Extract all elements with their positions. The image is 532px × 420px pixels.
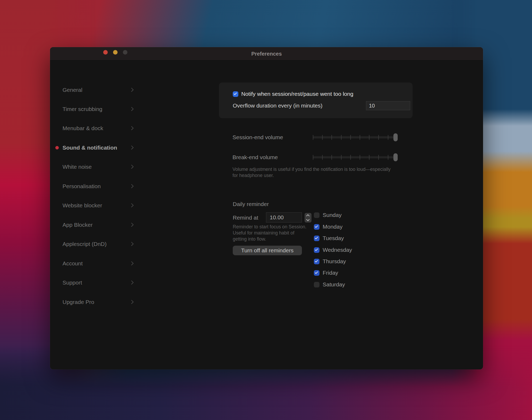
desktop: Preferences General Timer scrubbing Menu… (0, 0, 532, 420)
check-icon (234, 92, 237, 95)
chevron-right-icon (130, 146, 134, 150)
check-icon (315, 236, 318, 239)
turn-off-all-reminders-button[interactable]: Turn off all reminders (233, 246, 302, 255)
chevron-right-icon (130, 281, 134, 285)
break-end-volume-slider[interactable] (313, 153, 398, 161)
slider-ticks (313, 155, 398, 160)
preferences-window: Preferences General Timer scrubbing Menu… (50, 47, 483, 369)
chevron-right-icon (130, 184, 134, 188)
chevron-right-icon (130, 223, 134, 227)
break-end-volume-label: Break-end volume (232, 154, 278, 160)
check-icon (315, 248, 318, 251)
volume-help-text: Volume adjustment is useful if you find … (232, 166, 395, 179)
chevron-right-icon (130, 126, 134, 130)
session-end-volume-label: Session-end volume (232, 134, 283, 141)
wednesday-checkbox[interactable] (314, 247, 319, 253)
monday-checkbox[interactable] (314, 224, 319, 230)
active-indicator-dot (55, 146, 59, 150)
overflow-duration-input[interactable] (366, 101, 410, 110)
day-row-thursday: Thursday (314, 258, 346, 265)
notify-checkbox-label: Notify when session/rest/pause went too … (241, 91, 353, 97)
sidebar-item-website-blocker[interactable]: Website blocker (55, 201, 135, 210)
chevron-right-icon (130, 88, 134, 92)
daily-reminder-title: Daily reminder (233, 201, 269, 207)
chevron-right-icon (130, 107, 134, 111)
notify-checkbox[interactable] (233, 91, 238, 97)
day-row-tuesday: Tuesday (314, 234, 344, 242)
saturday-checkbox[interactable] (314, 282, 319, 287)
chevron-right-icon (130, 203, 134, 208)
sidebar-item-app-blocker[interactable]: App Blocker (55, 220, 135, 230)
sidebar-item-general[interactable]: General (55, 85, 135, 95)
overflow-duration-label: Overflow duration every (in minutes) (233, 102, 322, 109)
sidebar-item-personalisation[interactable]: Personalisation (55, 182, 135, 191)
remind-at-label: Remind at (233, 215, 258, 221)
window-title: Preferences (50, 47, 483, 60)
chevron-right-icon (130, 242, 134, 246)
chevron-right-icon (130, 165, 134, 169)
day-row-monday: Monday (314, 223, 343, 230)
thursday-checkbox[interactable] (314, 259, 319, 264)
sidebar-item-white-noise[interactable]: White noise (55, 162, 135, 172)
reminder-help-text: Reminder to start focus on Session. Usef… (233, 224, 309, 242)
day-row-saturday: Saturday (314, 281, 345, 288)
sunday-checkbox[interactable] (314, 212, 319, 218)
session-end-volume-slider[interactable] (313, 133, 398, 141)
slider-ticks (313, 135, 398, 140)
chevron-right-icon (130, 261, 134, 266)
titlebar: Preferences (50, 47, 483, 60)
overflow-notification-panel: Notify when session/rest/pause went too … (219, 83, 413, 118)
slider-thumb[interactable] (393, 133, 398, 141)
day-row-sunday: Sunday (314, 211, 342, 219)
chevron-up-icon[interactable] (306, 214, 310, 218)
sidebar-item-support[interactable]: Support (55, 278, 135, 287)
day-row-friday: Friday (314, 269, 338, 277)
check-icon (315, 224, 318, 228)
sidebar-item-account[interactable]: Account (55, 259, 135, 268)
tuesday-checkbox[interactable] (314, 236, 319, 241)
time-stepper[interactable] (305, 213, 311, 223)
check-icon (315, 270, 318, 274)
slider-thumb[interactable] (393, 153, 398, 161)
remind-time-input[interactable] (266, 212, 302, 223)
sidebar-item-menubar-dock[interactable]: Menubar & dock (55, 123, 135, 133)
sidebar-item-applescript-dnd[interactable]: Applescript (DnD) (55, 239, 135, 249)
chevron-right-icon (130, 300, 134, 304)
friday-checkbox[interactable] (314, 270, 319, 276)
check-icon (315, 259, 318, 262)
sidebar-item-timer-scrubbing[interactable]: Timer scrubbing (55, 104, 135, 114)
day-row-wednesday: Wednesday (314, 246, 352, 254)
sidebar-item-sound-notification[interactable]: Sound & notification (55, 143, 135, 153)
chevron-down-icon[interactable] (306, 218, 310, 221)
sidebar-item-upgrade-pro[interactable]: Upgrade Pro (55, 297, 135, 307)
